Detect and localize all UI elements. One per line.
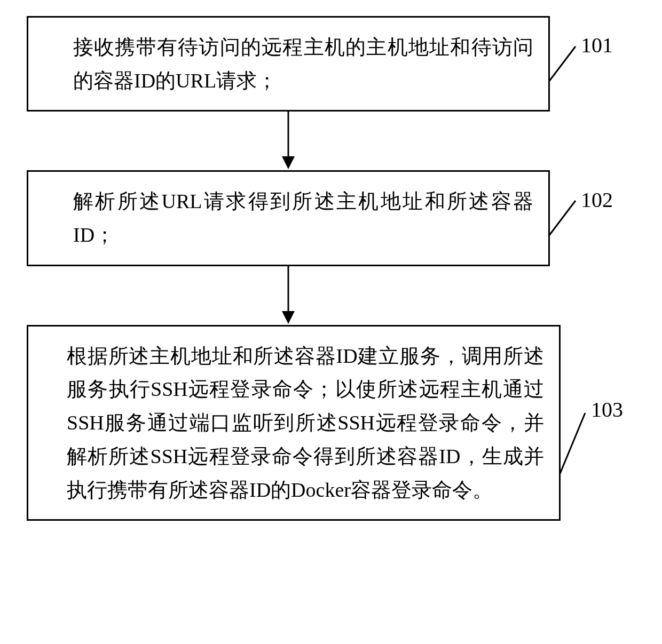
flowchart-step-3-row: 根据所述主机地址和所述容器ID建立服务，调用所述服务执行SSH远程登录命令；以使… (27, 325, 635, 521)
svg-marker-3 (282, 311, 295, 324)
flowchart-step-2-row: 解析所述URL请求得到所述主机地址和所述容器ID； 102 (27, 170, 635, 266)
arrow-2 (27, 266, 550, 325)
svg-marker-1 (282, 156, 295, 169)
step-1-connector (549, 45, 581, 83)
flowchart-container: 接收携带有待访问的远程主机的主机地址和待访问的容器ID的URL请求； 101 解… (27, 16, 635, 521)
flowchart-step-1-text: 接收携带有待访问的远程主机的主机地址和待访问的容器ID的URL请求； (73, 36, 533, 92)
flowchart-step-1-box: 接收携带有待访问的远程主机的主机地址和待访问的容器ID的URL请求； (27, 16, 550, 112)
step-2-connector (549, 200, 581, 237)
flowchart-step-1-row: 接收携带有待访问的远程主机的主机地址和待访问的容器ID的URL请求； 101 (27, 16, 635, 112)
flowchart-step-3-text: 根据所述主机地址和所述容器ID建立服务，调用所述服务执行SSH远程登录命令；以使… (67, 345, 544, 501)
flowchart-step-2-text: 解析所述URL请求得到所述主机地址和所述容器ID； (73, 190, 533, 246)
step-3-connector (559, 412, 589, 476)
arrow-1 (27, 112, 550, 170)
flowchart-step-3-box: 根据所述主机地址和所述容器ID建立服务，调用所述服务执行SSH远程登录命令；以使… (27, 325, 561, 521)
flowchart-step-2-box: 解析所述URL请求得到所述主机地址和所述容器ID； (27, 170, 550, 266)
